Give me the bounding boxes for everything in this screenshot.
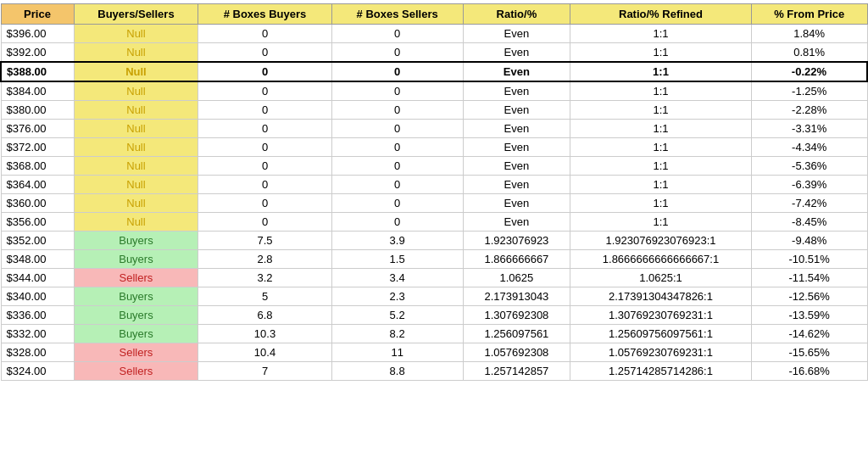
cell-buyers-sellers: Sellers (74, 343, 198, 362)
cell-boxes-sellers: 0 (331, 176, 463, 194)
cell-ratio: 1.256097561 (463, 325, 570, 343)
cell-boxes-sellers: 8.8 (331, 362, 463, 381)
cell-ratio-refined: 1.30769230769231:1 (570, 306, 752, 325)
cell-boxes-sellers: 11 (331, 343, 463, 362)
cell-buyers-sellers: Null (74, 138, 198, 157)
cell-ratio: 1.057692308 (463, 343, 570, 362)
cell-ratio: 2.173913043 (463, 287, 570, 306)
cell-price: $392.00 (1, 43, 74, 63)
cell-boxes-buyers: 3.2 (198, 269, 331, 287)
cell-boxes-buyers: 7.5 (198, 232, 331, 250)
cell-boxes-sellers: 0 (331, 62, 463, 81)
table-row: $360.00Null00Even1:1-7.42% (1, 194, 867, 213)
cell-ratio: Even (463, 194, 570, 213)
cell-boxes-buyers: 10.4 (198, 343, 331, 362)
column-header-4: Ratio/% (463, 4, 570, 25)
table-row: $340.00Buyers52.32.1739130432.1739130434… (1, 287, 867, 306)
table-row: $332.00Buyers10.38.21.2560975611.2560975… (1, 325, 867, 343)
cell-price: $340.00 (1, 287, 74, 306)
cell-price: $376.00 (1, 120, 74, 138)
cell-ratio-refined: 1.05769230769231:1 (570, 343, 752, 362)
cell-buyers-sellers: Null (74, 120, 198, 138)
cell-ratio: Even (463, 81, 570, 101)
cell-from-price: -13.59% (751, 306, 867, 325)
cell-boxes-buyers: 5 (198, 287, 331, 306)
cell-price: $360.00 (1, 194, 74, 213)
cell-ratio-refined: 1:1 (570, 81, 752, 101)
cell-from-price: 0.81% (751, 43, 867, 63)
column-header-3: # Boxes Sellers (331, 4, 463, 25)
cell-buyers-sellers: Buyers (74, 325, 198, 343)
cell-price: $364.00 (1, 176, 74, 194)
cell-buyers-sellers: Null (74, 194, 198, 213)
cell-ratio-refined: 1.0625:1 (570, 269, 752, 287)
cell-ratio: 1.866666667 (463, 250, 570, 269)
cell-from-price: -9.48% (751, 232, 867, 250)
cell-from-price: -4.34% (751, 138, 867, 157)
cell-from-price: -0.22% (751, 62, 867, 81)
cell-boxes-sellers: 0 (331, 81, 463, 101)
cell-buyers-sellers: Null (74, 176, 198, 194)
table-row: $380.00Null00Even1:1-2.28% (1, 101, 867, 120)
table-row: $336.00Buyers6.85.21.3076923081.30769230… (1, 306, 867, 325)
cell-price: $352.00 (1, 232, 74, 250)
cell-boxes-sellers: 0 (331, 25, 463, 43)
cell-boxes-buyers: 0 (198, 213, 331, 232)
cell-price: $396.00 (1, 25, 74, 43)
cell-boxes-sellers: 5.2 (331, 306, 463, 325)
cell-boxes-buyers: 0 (198, 25, 331, 43)
cell-boxes-sellers: 0 (331, 138, 463, 157)
cell-from-price: -12.56% (751, 287, 867, 306)
table-row: $376.00Null00Even1:1-3.31% (1, 120, 867, 138)
cell-buyers-sellers: Sellers (74, 269, 198, 287)
cell-ratio-refined: 1:1 (570, 176, 752, 194)
cell-boxes-buyers: 0 (198, 62, 331, 81)
cell-price: $372.00 (1, 138, 74, 157)
cell-boxes-buyers: 0 (198, 176, 331, 194)
cell-ratio-refined: 1.25609756097561:1 (570, 325, 752, 343)
cell-ratio: 1.307692308 (463, 306, 570, 325)
cell-ratio-refined: 1.923076923076923:1 (570, 232, 752, 250)
cell-ratio-refined: 1:1 (570, 138, 752, 157)
cell-ratio-refined: 1:1 (570, 157, 752, 176)
table-row: $364.00Null00Even1:1-6.39% (1, 176, 867, 194)
cell-boxes-sellers: 3.4 (331, 269, 463, 287)
cell-ratio: Even (463, 62, 570, 81)
cell-price: $348.00 (1, 250, 74, 269)
cell-buyers-sellers: Buyers (74, 287, 198, 306)
cell-boxes-sellers: 0 (331, 194, 463, 213)
cell-from-price: -8.45% (751, 213, 867, 232)
table-row: $328.00Sellers10.4111.0576923081.0576923… (1, 343, 867, 362)
cell-ratio-refined: 1:1 (570, 43, 752, 63)
table-row: $356.00Null00Even1:1-8.45% (1, 213, 867, 232)
cell-ratio: 1.257142857 (463, 362, 570, 381)
cell-ratio-refined: 1:1 (570, 101, 752, 120)
cell-boxes-buyers: 10.3 (198, 325, 331, 343)
cell-ratio: 1.0625 (463, 269, 570, 287)
table-row: $372.00Null00Even1:1-4.34% (1, 138, 867, 157)
cell-buyers-sellers: Buyers (74, 232, 198, 250)
cell-boxes-buyers: 0 (198, 81, 331, 101)
cell-ratio-refined: 1:1 (570, 194, 752, 213)
cell-boxes-buyers: 6.8 (198, 306, 331, 325)
cell-ratio-refined: 1:1 (570, 120, 752, 138)
cell-price: $324.00 (1, 362, 74, 381)
cell-buyers-sellers: Null (74, 62, 198, 81)
cell-boxes-sellers: 0 (331, 120, 463, 138)
cell-from-price: -11.54% (751, 269, 867, 287)
cell-ratio: Even (463, 43, 570, 63)
table-row: $324.00Sellers78.81.2571428571.257142857… (1, 362, 867, 381)
cell-ratio-refined: 1:1 (570, 62, 752, 81)
cell-boxes-buyers: 2.8 (198, 250, 331, 269)
cell-ratio: Even (463, 157, 570, 176)
cell-buyers-sellers: Null (74, 25, 198, 43)
table-row: $352.00Buyers7.53.91.9230769231.92307692… (1, 232, 867, 250)
table-row: $348.00Buyers2.81.51.8666666671.86666666… (1, 250, 867, 269)
cell-buyers-sellers: Buyers (74, 306, 198, 325)
cell-price: $388.00 (1, 62, 74, 81)
cell-buyers-sellers: Null (74, 101, 198, 120)
cell-ratio-refined: 1:1 (570, 213, 752, 232)
cell-ratio: Even (463, 138, 570, 157)
cell-ratio: Even (463, 176, 570, 194)
table-row: $388.00Null00Even1:1-0.22% (1, 62, 867, 81)
